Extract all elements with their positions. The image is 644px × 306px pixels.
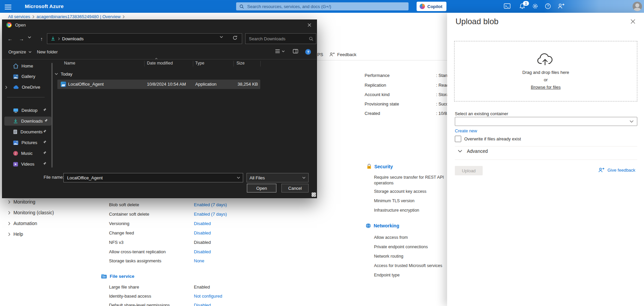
open-button[interactable]: Open — [247, 184, 276, 192]
dialog-titlebar[interactable]: Open — [2, 20, 317, 30]
gallery-icon — [13, 74, 18, 79]
feedback-icon — [598, 167, 605, 173]
recent-locations-chevron-icon[interactable] — [28, 36, 37, 44]
networking-item[interactable]: Network routing — [374, 254, 451, 259]
setting-value[interactable]: Disabled — [194, 221, 211, 226]
security-section-heading[interactable]: Security — [367, 164, 393, 169]
column-separator[interactable] — [260, 61, 261, 67]
browse-for-files-link[interactable]: Browse for files — [531, 85, 561, 90]
sidebar-item-automation[interactable]: Automation — [8, 221, 37, 226]
file-service-heading[interactable]: File service — [101, 274, 135, 279]
organize-button[interactable]: Organize — [8, 49, 32, 54]
feedback-icon[interactable] — [557, 3, 565, 10]
sidebar-item-label: Help — [13, 231, 23, 237]
file-name-field[interactable] — [63, 173, 243, 182]
cloud-shell-icon[interactable] — [504, 3, 511, 10]
help-icon[interactable]: ? — [545, 3, 552, 10]
create-new-link[interactable]: Create new — [455, 128, 477, 133]
dialog-search-input[interactable] — [248, 36, 300, 42]
sidebar-item-label: Monitoring — [13, 199, 35, 205]
breadcrumb-storage-account[interactable]: acagentbinaries1738365249480 | Overview — [37, 14, 121, 19]
sidebar-item-gallery[interactable]: Gallery — [4, 72, 50, 81]
close-icon[interactable] — [628, 17, 638, 26]
preview-pane-button[interactable] — [293, 49, 298, 53]
security-item[interactable]: Minimum TLS version — [374, 198, 447, 204]
copilot-button[interactable]: Copilot — [417, 2, 446, 11]
security-item[interactable]: Require secure transfer for REST API ope… — [374, 175, 447, 186]
upload-button[interactable]: Upload — [455, 166, 483, 175]
forward-button[interactable]: → — [17, 35, 26, 43]
setting-value[interactable]: Disabled — [194, 303, 211, 306]
give-feedback-link[interactable]: Give feedback — [598, 167, 635, 173]
cancel-button[interactable]: Cancel — [281, 184, 309, 192]
sidebar-scrollbar[interactable] — [51, 63, 53, 168]
networking-item[interactable]: Access for trusted Microsoft services — [374, 263, 451, 269]
column-header-type[interactable]: Type — [195, 61, 204, 65]
up-button[interactable]: ↑ — [37, 35, 46, 43]
column-header-date[interactable]: Date modified — [147, 61, 173, 65]
dialog-search-box[interactable] — [245, 33, 316, 44]
setting-value[interactable]: Enabled (7 days) — [194, 202, 227, 207]
notifications-bell-icon[interactable]: 1 — [519, 3, 527, 10]
setting-value[interactable]: Not configured — [194, 294, 222, 299]
toolbar-ps[interactable]: PS — [317, 52, 323, 57]
column-header-size[interactable]: Size — [236, 61, 245, 65]
drag-drop-zone[interactable]: Drag and drop files here or Browse for f… — [454, 41, 637, 101]
global-search-input[interactable] — [247, 4, 399, 9]
toolbar-feedback[interactable]: Feedback — [329, 52, 356, 57]
sidebar-item-help[interactable]: Help — [8, 231, 23, 237]
address-location[interactable]: Downloads — [62, 36, 84, 41]
group-today[interactable]: Today — [55, 72, 72, 77]
refresh-icon[interactable] — [232, 35, 240, 42]
sidebar-item-onedrive[interactable]: OneDrive — [4, 83, 50, 92]
sidebar-item-music[interactable]: ♪ Music — [4, 149, 50, 158]
security-item[interactable]: Infrastructure encryption — [374, 208, 447, 213]
address-dropdown-chevron-icon[interactable] — [220, 36, 223, 38]
networking-item[interactable]: Private endpoint connections — [374, 244, 451, 250]
panel-title: Upload blob — [455, 17, 498, 26]
setting-value[interactable]: Disabled — [194, 230, 211, 235]
column-separator[interactable] — [144, 61, 145, 67]
global-search[interactable] — [236, 2, 409, 10]
sidebar-item-label: Downloads — [21, 119, 43, 124]
setting-value[interactable]: Disabled — [194, 249, 211, 254]
column-header-name[interactable]: Name — [64, 61, 75, 65]
setting-value[interactable]: Enabled (7 days) — [194, 212, 227, 217]
column-separator[interactable] — [193, 61, 193, 67]
preview-pane-icon — [293, 49, 298, 53]
address-bar[interactable]: Downloads — [47, 33, 242, 44]
change-view-button[interactable] — [275, 49, 285, 53]
sidebar-item-documents[interactable]: Documents — [4, 127, 50, 136]
settings-gear-icon[interactable] — [532, 3, 539, 10]
sidebar-item-downloads[interactable]: Downloads — [4, 117, 51, 126]
resize-grip[interactable] — [312, 192, 316, 197]
networking-item[interactable]: Allow access from — [374, 235, 451, 241]
account-avatar[interactable] — [633, 2, 642, 11]
sidebar-item-desktop[interactable]: Desktop — [4, 106, 50, 115]
sidebar-item-home[interactable]: Home — [4, 61, 50, 71]
breadcrumb-all-services[interactable]: All services — [8, 14, 30, 19]
close-icon[interactable] — [305, 21, 313, 29]
column-separator[interactable] — [233, 61, 234, 67]
divider — [455, 146, 637, 146]
networking-section-heading[interactable]: Networking — [366, 223, 399, 228]
sidebar-item-monitoring-classic[interactable]: Monitoring (classic) — [8, 210, 54, 215]
hamburger-menu-icon[interactable] — [5, 3, 11, 9]
dialog-help-button[interactable]: ? — [305, 49, 311, 55]
container-select-dropdown[interactable] — [455, 117, 637, 126]
setting-value[interactable]: None — [194, 258, 204, 263]
file-name-input[interactable] — [66, 175, 229, 181]
sidebar-item-monitoring[interactable]: Monitoring — [8, 199, 35, 205]
security-item[interactable]: Storage account key access — [374, 189, 447, 194]
back-button[interactable]: ← — [6, 35, 14, 43]
file-row-localoffice-agent[interactable]: LocalOffice_Agent 10/8/2024 10:54 AM App… — [57, 80, 260, 89]
new-folder-button[interactable]: New folder — [37, 49, 58, 54]
networking-item[interactable]: Endpoint type — [374, 272, 451, 278]
sidebar-item-videos[interactable]: Videos — [4, 160, 50, 169]
overwrite-checkbox[interactable] — [455, 136, 461, 142]
file-type-dropdown[interactable]: All Files — [247, 173, 309, 182]
sidebar-item-pictures[interactable]: Pictures — [4, 138, 50, 147]
setting-label: Allow cross-tenant replication — [109, 249, 166, 254]
sidebar-item-label: OneDrive — [22, 85, 40, 90]
advanced-expander[interactable]: Advanced — [458, 148, 488, 154]
